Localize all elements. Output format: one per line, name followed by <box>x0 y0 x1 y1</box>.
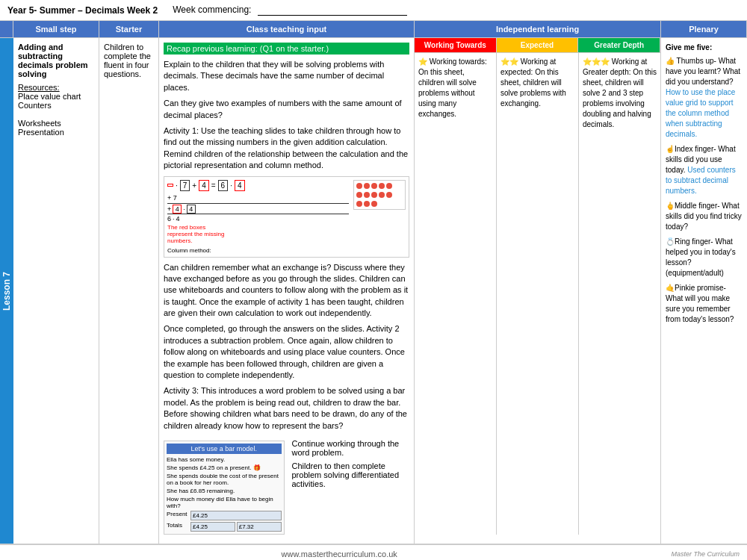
ind-exp-stars: ⭐⭐ Working at expected: On this sheet, c… <box>500 57 574 109</box>
class-teaching-column: Recap previous learning: (Q1 on the star… <box>159 38 415 544</box>
class-para-2: Can they give two examples of numbers wi… <box>164 98 409 121</box>
plenary-ring: 💍Ring finger- What helped you in today's… <box>666 237 743 279</box>
class-para-1: Explain to the children that they will b… <box>164 59 409 93</box>
page-wrapper: Year 5- Summer – Decimals Week 2 Week co… <box>0 0 747 560</box>
header-week: Week commencing: <box>173 4 407 16</box>
class-para-5: Once completed, go through the answers o… <box>164 323 409 381</box>
plenary-pinkie: 🤙Pinkie promise- What will you make sure… <box>666 283 743 325</box>
ind-sub-headers: Working Towards Expected Greater Depth <box>415 38 660 53</box>
week-line <box>258 4 407 16</box>
ind-header-gd: Greater Depth <box>578 38 660 52</box>
header-title: Year 5- Summer – Decimals Week 2 <box>7 5 158 16</box>
dots-row-3 <box>356 201 403 207</box>
class-para-3: Activity 1: Use the teaching slides to t… <box>164 125 409 172</box>
box3: 4 <box>199 180 209 191</box>
continue-section: Continue working through the word proble… <box>289 436 410 491</box>
children-complete-text: Children to then complete problem solvin… <box>292 461 407 488</box>
ind-header-exp: Expected <box>497 38 579 52</box>
resource-1: Place value chart <box>18 92 94 101</box>
activity-diagram: · 7 + 4 = 6 · 4 + 7 + 4 <box>164 176 409 258</box>
plenary-thumb: 👍 Thumbs up- What have you learnt? What … <box>666 56 743 140</box>
recap-box: Recap previous learning: (Q1 on the star… <box>164 43 409 55</box>
col-header-class: Class teaching input <box>159 21 415 37</box>
dots-row-1 <box>356 183 403 189</box>
column-method-label: Column method: <box>167 247 349 254</box>
ind-col-exp: ⭐⭐ Working at expected: On this sheet, c… <box>497 53 579 535</box>
bar-model-title: Let's use a bar model. <box>167 444 282 454</box>
plenary-middle: 🖕Middle finger- What skills did you find… <box>666 201 743 232</box>
small-step-title: Adding and subtracting decimals problem … <box>18 43 94 78</box>
col-header-small-step: Small step <box>13 21 99 37</box>
lesson-label: Lesson 7 <box>0 38 13 544</box>
class-para-6: Activity 3: This introduces a word probl… <box>164 385 409 432</box>
footer: www.masterthecurriculum.co.uk Master The… <box>0 544 747 560</box>
main-content-row: Lesson 7 Adding and subtracting decimals… <box>0 38 747 544</box>
box1 <box>167 184 173 187</box>
col-header-independent: Independent learning <box>415 21 661 37</box>
continue-text: Continue working through the word proble… <box>292 439 407 457</box>
plenary-thumb-blue: How to use the place value grid to suppo… <box>666 88 735 138</box>
bar-model: Let's use a bar model. Ella has some mon… <box>164 441 285 535</box>
header: Year 5- Summer – Decimals Week 2 Week co… <box>0 0 747 21</box>
box5: 4 <box>235 180 245 191</box>
class-para-4: Can children remember what an exchange i… <box>164 262 409 320</box>
ind-col-wt: ⭐ Working towards: On this sheet, childr… <box>415 53 497 535</box>
box4: 6 <box>218 180 229 191</box>
calc-area: · 7 + 4 = 6 · 4 + 7 + 4 <box>167 180 349 254</box>
ind-header-wt: Working Towards <box>415 38 497 52</box>
dots-row-2 <box>356 192 403 198</box>
bar-model-section: Let's use a bar model. Ella has some mon… <box>164 436 409 539</box>
ind-gd-stars: ⭐⭐⭐ Working at Greater depth: On this sh… <box>583 57 657 130</box>
resource-2: Counters <box>18 101 94 110</box>
ind-col-gd: ⭐⭐⭐ Working at Greater depth: On this sh… <box>579 53 660 535</box>
resource-3: Worksheets <box>18 119 94 128</box>
column-method: + 7 + 4 · 4 6 · 4 The red boxes repres <box>167 194 349 254</box>
independent-column: Working Towards Expected Greater Depth ⭐… <box>415 38 661 544</box>
dot-representation <box>353 180 406 210</box>
column-headers: Small step Starter Class teaching input … <box>0 21 747 38</box>
starter-column: Children to complete the fluent in four … <box>99 38 159 544</box>
box2: 7 <box>180 180 190 191</box>
col-header-plenary: Plenary <box>661 21 747 37</box>
ind-wt-star: ⭐ Working towards: On this sheet, childr… <box>418 57 492 119</box>
col-header-starter: Starter <box>99 21 159 37</box>
resource-4: Presentation <box>18 128 94 137</box>
plenary-column: Give me five: 👍 Thumbs up- What have you… <box>661 38 747 544</box>
plenary-index: ☝Index finger- What skills did you use t… <box>666 144 743 196</box>
red-note: The red boxes represent the missing numb… <box>167 224 227 244</box>
ind-content: ⭐ Working towards: On this sheet, childr… <box>415 53 660 535</box>
bar-row-present: Present £4.25 <box>167 511 282 520</box>
plenary-title: Give me five: <box>666 43 743 53</box>
bar-row-totals: Totals £4.25 £7.32 <box>167 522 282 532</box>
footer-url: www.masterthecurriculum.co.uk <box>282 550 397 559</box>
resources-label: Resources: <box>18 83 94 92</box>
footer-logo: Master The Curriculum <box>671 550 740 558</box>
starter-text: Children to complete the fluent in four … <box>104 43 154 78</box>
equation-row: · 7 + 4 = 6 · 4 <box>167 180 349 191</box>
small-step-column: Adding and subtracting decimals problem … <box>13 38 99 544</box>
small-step-resources: Resources: Place value chart Counters Wo… <box>18 83 94 137</box>
